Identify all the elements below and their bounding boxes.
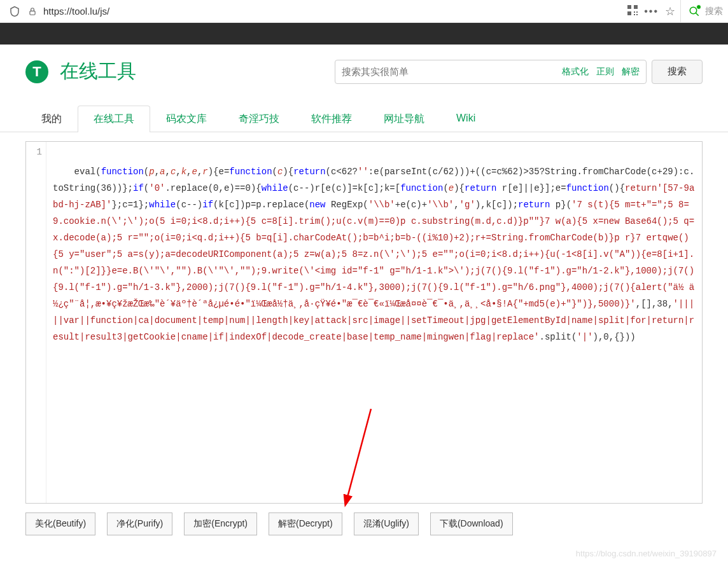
site-title: 在线工具 — [60, 58, 136, 85]
qr-icon[interactable] — [627, 5, 638, 17]
svg-rect-1 — [627, 5, 631, 9]
logo-letter: T — [32, 64, 41, 80]
svg-rect-6 — [634, 14, 635, 15]
action-btn-0[interactable]: 美化(Beutify) — [25, 513, 95, 535]
svg-line-9 — [696, 13, 699, 16]
lock-icon[interactable] — [28, 7, 37, 16]
search-tag-decrypt[interactable]: 解密 — [622, 66, 640, 78]
svg-rect-0 — [30, 11, 35, 15]
search-icon[interactable] — [689, 6, 700, 17]
line-number: 1 — [30, 147, 42, 157]
search-tag-format[interactable]: 格式化 — [562, 66, 589, 78]
browser-address-bar: https://tool.lu/js/ ••• ☆ 搜索 — [0, 0, 728, 23]
site-logo[interactable]: T — [25, 60, 48, 83]
code-content[interactable]: eval(function(p,a,c,k,e,r){e=function(c)… — [46, 142, 702, 503]
search-suggestion-tags: 格式化 正则 解密 — [562, 66, 640, 78]
browser-search-label: 搜索 — [705, 6, 723, 17]
svg-rect-2 — [634, 5, 638, 9]
svg-rect-5 — [636, 11, 638, 13]
more-icon[interactable]: ••• — [644, 6, 659, 17]
search-input[interactable] — [342, 66, 562, 77]
shield-icon[interactable] — [9, 6, 20, 17]
nav-tab-6[interactable]: Wiki — [440, 106, 491, 132]
main-nav: 我的在线工具码农文库奇淫巧技软件推荐网址导航Wiki — [0, 96, 728, 132]
svg-rect-7 — [636, 14, 638, 15]
line-gutter: 1 — [26, 142, 46, 503]
browser-search-panel[interactable]: 搜索 — [680, 0, 723, 22]
nav-tab-5[interactable]: 网址导航 — [368, 106, 440, 132]
action-btn-3[interactable]: 解密(Decrypt) — [269, 513, 342, 535]
search-tag-regex[interactable]: 正则 — [596, 66, 614, 78]
svg-rect-3 — [627, 11, 631, 15]
svg-line-11 — [346, 409, 371, 504]
page-header: T 在线工具 格式化 正则 解密 搜索 — [0, 45, 728, 96]
svg-point-8 — [690, 7, 697, 14]
search-button[interactable]: 搜索 — [652, 60, 703, 84]
nav-tab-0[interactable]: 我的 — [25, 106, 78, 132]
action-btn-1[interactable]: 净化(Purify) — [107, 513, 172, 535]
nav-tab-4[interactable]: 软件推荐 — [295, 106, 368, 132]
bookmark-star-icon[interactable]: ☆ — [665, 4, 675, 18]
code-editor[interactable]: 1 eval(function(p,a,c,k,e,r){e=function(… — [25, 141, 703, 504]
action-button-row: 美化(Beutify)净化(Purify)加密(Encrypt)解密(Decry… — [25, 513, 703, 535]
site-search-box: 格式化 正则 解密 — [335, 60, 647, 84]
action-btn-4[interactable]: 混淆(Uglify) — [354, 513, 419, 535]
action-btn-5[interactable]: 下载(Download) — [430, 513, 513, 535]
nav-tab-2[interactable]: 码农文库 — [150, 106, 223, 132]
url-input[interactable]: https://tool.lu/js/ — [41, 6, 627, 17]
action-btn-2[interactable]: 加密(Encrypt) — [184, 513, 257, 535]
nav-tab-1[interactable]: 在线工具 — [78, 106, 150, 132]
nav-tab-3[interactable]: 奇淫巧技 — [223, 106, 295, 132]
svg-rect-4 — [634, 11, 635, 13]
top-banner — [0, 23, 728, 45]
annotation-arrow — [333, 402, 384, 517]
